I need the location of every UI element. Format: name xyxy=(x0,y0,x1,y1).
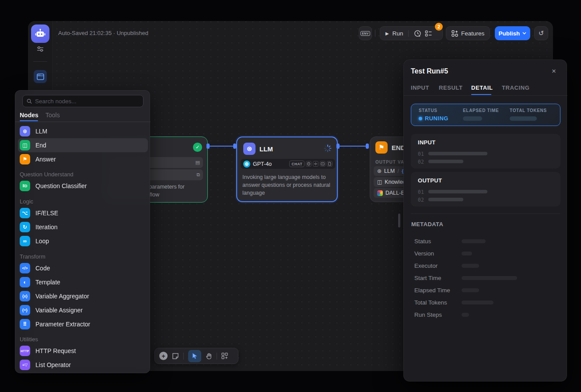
chevron-down-icon xyxy=(522,32,526,35)
group-question-understand: Question Understand xyxy=(20,171,74,178)
knowledge-var-icon: ◫ xyxy=(377,179,382,185)
sliders-icon xyxy=(36,46,44,52)
metadata-label: Status xyxy=(414,238,431,245)
hand-icon xyxy=(206,353,212,360)
status-label: STATUS xyxy=(419,108,438,113)
input-skeleton xyxy=(428,152,487,155)
add-node-button[interactable]: + xyxy=(159,352,168,360)
checklist-icon xyxy=(425,30,432,37)
workflow-settings-button[interactable] xyxy=(36,45,45,53)
metadata-skeleton xyxy=(462,301,494,304)
node-item-parameter-extractor[interactable]: ⠿ Parameter Extractor xyxy=(18,317,148,331)
list-operator-icon: ≡▽ xyxy=(20,360,30,370)
node-item-question-classifier[interactable]: ‖D Question Classifier xyxy=(18,179,148,193)
run-history-button[interactable] xyxy=(414,30,421,37)
app-logo[interactable] xyxy=(31,24,49,43)
node-item-iteration[interactable]: ↻ Iteration xyxy=(18,220,148,234)
llm-node-title: LLM xyxy=(259,145,273,153)
connector-stub[interactable] xyxy=(336,144,340,149)
variable-name: LLM xyxy=(384,168,395,174)
model-name: GPT-4o xyxy=(253,161,272,167)
node-item-http-request[interactable]: HTTP HTTP Request xyxy=(18,344,148,358)
organize-icon xyxy=(221,353,228,359)
node-item-end[interactable]: ◫ End xyxy=(18,138,148,152)
publish-button[interactable]: Publish xyxy=(495,26,530,40)
audio-capability-icon xyxy=(313,161,318,167)
note-plus-icon xyxy=(172,353,179,360)
tokens-skeleton xyxy=(510,116,537,121)
node-selector-panel: Nodes Tools ⊛ LLM ◫ End ⚑ Answer Questio… xyxy=(15,90,150,373)
loop-icon: ∞ xyxy=(20,236,30,246)
metadata-skeleton xyxy=(462,288,479,292)
add-note-button[interactable] xyxy=(172,353,179,360)
end-icon: ⚑ xyxy=(375,141,388,154)
run-group-divider xyxy=(408,30,409,37)
model-capability-badges: CHAT xyxy=(289,161,332,167)
autosave-status: Auto-Saved 21:02:35 · Unpublished xyxy=(58,30,148,36)
metadata-skeleton xyxy=(462,276,517,280)
canvas-scrollbar[interactable] xyxy=(398,214,400,228)
variable-name: DALL-E xyxy=(385,190,405,196)
model-selector[interactable]: GPT-4o CHAT xyxy=(241,159,335,169)
features-button[interactable]: Features xyxy=(446,26,490,40)
clock-run-icon xyxy=(414,30,421,37)
node-item-list-operator[interactable]: ≡▽ List Operator xyxy=(18,358,148,372)
metadata-skeleton xyxy=(462,264,479,268)
organize-nodes-button[interactable] xyxy=(221,353,228,359)
tab-input[interactable]: INPUT xyxy=(411,84,429,91)
metadata-skeleton xyxy=(462,313,469,317)
connector-stub[interactable] xyxy=(366,144,369,149)
close-icon[interactable]: × xyxy=(552,67,556,75)
tab-tracing[interactable]: TRACING xyxy=(502,84,529,91)
rail-divider xyxy=(33,61,47,62)
metadata-label: Version xyxy=(414,250,434,257)
code-icon: </> xyxy=(20,263,30,273)
toolbar-divider xyxy=(183,353,184,360)
running-dot-icon xyxy=(419,117,422,120)
node-item-variable-aggregator[interactable]: {x} Variable Aggregator xyxy=(18,289,148,303)
tab-tools[interactable]: Tools xyxy=(46,112,60,119)
hand-mode-button[interactable] xyxy=(206,353,212,360)
node-item-loop[interactable]: ∞ Loop xyxy=(18,234,148,248)
node-search-box[interactable] xyxy=(22,95,144,107)
pointer-mode-button[interactable] xyxy=(188,350,201,362)
video-capability-icon xyxy=(320,161,326,167)
publish-label: Publish xyxy=(499,30,520,37)
metadata-label: Elapsed Time xyxy=(414,287,450,294)
loading-spinner-icon xyxy=(324,144,332,152)
robot-icon xyxy=(35,28,46,39)
output-skeleton xyxy=(428,190,487,193)
env-button[interactable]: ENV xyxy=(359,26,372,40)
workflow-editor: Auto-Saved 21:02:35 · Unpublished ENV ▶ … xyxy=(0,0,581,392)
node-item-code[interactable]: </> Code xyxy=(18,261,148,275)
llm-node[interactable]: ⊛ LLM xyxy=(236,136,338,202)
question-classifier-icon: ‖D xyxy=(20,181,30,191)
preview-panel-button[interactable] xyxy=(34,70,47,83)
checklist-button[interactable] xyxy=(425,30,432,37)
openai-icon xyxy=(243,161,250,168)
node-item-if-else[interactable]: ⌥ IF/ELSE xyxy=(18,206,148,220)
tab-detail[interactable]: DETAIL xyxy=(471,84,493,91)
metadata-label: Start Time xyxy=(414,275,441,281)
tab-nodes[interactable]: Nodes xyxy=(20,112,38,119)
node-item-llm[interactable]: ⊛ LLM xyxy=(18,124,148,138)
edge-start-llm xyxy=(209,146,234,147)
vision-capability-icon xyxy=(306,161,312,167)
tab-result[interactable]: RESULT xyxy=(439,84,463,91)
version-history-button[interactable]: ↺ xyxy=(534,26,548,40)
test-run-panel: Test Run#5 × INPUT RESULT DETAIL TRACING… xyxy=(403,60,567,382)
line-number: 02 xyxy=(418,197,424,203)
line-number: 02 xyxy=(418,159,424,165)
connector-stub[interactable] xyxy=(233,144,236,149)
canvas-toolbar: + xyxy=(154,348,238,364)
node-item-variable-assigner[interactable]: {=} Variable Assigner xyxy=(18,303,148,317)
search-input[interactable] xyxy=(35,98,139,105)
output-title: OUTPUT xyxy=(418,177,442,184)
status-value: RUNING xyxy=(419,115,448,122)
line-number: 01 xyxy=(418,151,424,157)
window-icon xyxy=(37,74,44,80)
if-else-icon: ⌥ xyxy=(20,208,30,218)
run-button[interactable]: Run xyxy=(392,30,403,37)
node-item-template[interactable]: ◐ Template xyxy=(18,275,148,289)
node-item-answer[interactable]: ⚑ Answer xyxy=(18,152,148,166)
